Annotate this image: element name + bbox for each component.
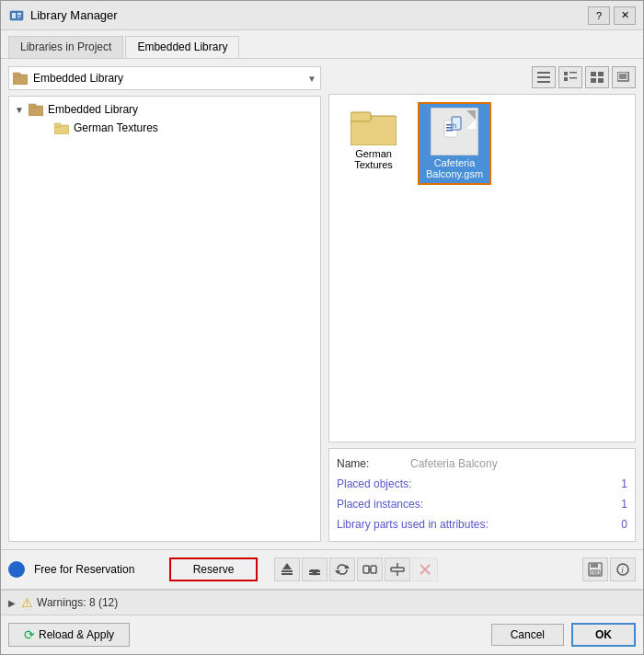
reload-icon: ⟳ (24, 627, 35, 642)
placed-objects-label: Placed objects: (337, 477, 521, 490)
dropdown-arrow-icon: ▼ (307, 74, 316, 84)
tree-root-label: Embedded Library (48, 103, 138, 116)
view-details-button[interactable] (532, 66, 556, 88)
svg-rect-12 (537, 76, 550, 78)
action-icons-group (274, 557, 438, 581)
svg-rect-11 (537, 72, 550, 74)
svg-rect-10 (54, 123, 61, 127)
reload-apply-button[interactable]: ⟳ Reload & Apply (8, 623, 130, 647)
library-dropdown-row: Embedded Library ▼ (8, 66, 321, 90)
svg-rect-19 (598, 72, 604, 76)
status-dot (8, 561, 25, 578)
window-icon (8, 7, 25, 24)
svg-rect-16 (564, 77, 568, 81)
svg-rect-8 (29, 104, 36, 108)
library-manager-window: Library Manager ? ✕ Libraries in Project… (0, 0, 644, 655)
tabs-row: Libraries in Project Embedded Library (1, 30, 643, 59)
svg-rect-14 (564, 72, 568, 75)
cancel-button[interactable]: Cancel (491, 624, 564, 646)
action-download-button[interactable] (302, 557, 328, 581)
action-delete-button[interactable] (412, 557, 438, 581)
svg-rect-6 (13, 73, 20, 76)
library-select[interactable]: Embedded Library ▼ (8, 66, 321, 90)
help-button[interactable]: ? (588, 6, 610, 25)
reserve-button[interactable]: Reserve (169, 557, 259, 581)
svg-rect-17 (569, 77, 577, 79)
action-split-button[interactable] (385, 557, 410, 581)
svg-rect-32 (282, 570, 293, 572)
placed-instances-label: Placed instances: (337, 498, 521, 511)
save-info-group: i (582, 557, 636, 581)
reservation-row: Free for Reservation Reserve (1, 550, 643, 590)
warnings-text: Warnings: 8 (12) (37, 596, 118, 609)
info-placed-instances-row: Placed instances: 1 (337, 495, 627, 513)
svg-rect-23 (619, 74, 627, 79)
name-label: Name: (337, 457, 410, 470)
window-title: Library Manager (30, 8, 588, 22)
svg-rect-43 (391, 568, 404, 571)
warnings-expand-icon[interactable]: ▶ (8, 598, 16, 608)
tree-root-item[interactable]: ▼ Embedded Library (9, 100, 320, 119)
svg-rect-15 (569, 72, 577, 74)
file-cafeteria-balcony[interactable]: h Cafeteria Balcony.gsm (418, 102, 491, 185)
library-tree[interactable]: ▼ Embedded Library (8, 96, 321, 542)
svg-rect-51 (592, 571, 598, 574)
gsm-icon: h (431, 108, 478, 155)
window-controls: ? ✕ (588, 6, 636, 25)
svg-rect-20 (591, 78, 596, 83)
svg-rect-29 (446, 130, 453, 132)
info-placed-objects-row: Placed objects: 1 (337, 475, 627, 493)
tree-child-label: German Textures (74, 121, 158, 134)
left-panel: Embedded Library ▼ ▼ Embedded Library (8, 66, 321, 542)
folder-icon (350, 106, 397, 146)
info-name-row: Name: Cafeteria Balcony (337, 454, 627, 473)
placed-instances-value: 1 (521, 498, 627, 511)
placed-objects-value: 1 (521, 477, 627, 490)
action-sync-button[interactable] (329, 557, 355, 581)
tree-expand-icon[interactable]: ▼ (15, 105, 28, 115)
action-upload-button[interactable] (274, 557, 300, 581)
warnings-row: ▶ ⚠ Warnings: 8 (12) (1, 590, 643, 615)
svg-rect-49 (591, 563, 598, 568)
svg-text:h: h (453, 121, 456, 130)
svg-text:i: i (622, 566, 625, 575)
status-label: Free for Reservation (34, 563, 160, 576)
svg-rect-25 (351, 112, 371, 121)
svg-rect-4 (17, 17, 19, 18)
svg-rect-33 (282, 573, 293, 575)
name-value: Cafeteria Balcony (410, 457, 627, 470)
info-button[interactable]: i (610, 557, 636, 581)
svg-rect-40 (363, 566, 369, 573)
file-german-textures[interactable]: German Textures (337, 102, 410, 185)
svg-rect-3 (17, 16, 21, 17)
view-grid-button[interactable] (585, 66, 609, 88)
library-parts-label: Library parts used in attributes: (337, 518, 521, 531)
main-content: Embedded Library ▼ ▼ Embedded Library (1, 59, 643, 549)
svg-rect-13 (537, 81, 550, 83)
tree-german-textures[interactable]: German Textures (35, 119, 320, 137)
close-button[interactable]: ✕ (614, 6, 636, 25)
right-panel: German Textures h (328, 66, 636, 542)
tree-child-item: German Textures (9, 119, 320, 137)
svg-rect-1 (12, 13, 16, 18)
view-toolbar (328, 66, 636, 88)
view-large-button[interactable] (612, 66, 636, 88)
view-list-button[interactable] (558, 66, 582, 88)
tree-library-icon (28, 102, 44, 117)
save-button[interactable] (582, 557, 608, 581)
ok-button[interactable]: OK (571, 623, 636, 647)
bottom-panel: Free for Reservation Reserve (1, 549, 643, 654)
svg-rect-41 (371, 566, 376, 573)
file-cafeteria-label: Cafeteria Balcony.gsm (423, 157, 486, 179)
svg-rect-2 (17, 13, 21, 15)
gsm-symbol: h (441, 113, 468, 150)
tab-embedded-library[interactable]: Embedded Library (125, 36, 239, 58)
action-merge-button[interactable] (357, 557, 383, 581)
svg-rect-21 (598, 78, 604, 83)
tab-libraries-in-project[interactable]: Libraries in Project (8, 36, 123, 58)
svg-marker-34 (282, 563, 292, 569)
info-library-parts-row: Library parts used in attributes: 0 (337, 515, 627, 534)
files-area[interactable]: German Textures h (328, 94, 636, 442)
tree-folder-icon (53, 121, 70, 135)
info-panel: Name: Cafeteria Balcony Placed objects: … (328, 448, 636, 542)
